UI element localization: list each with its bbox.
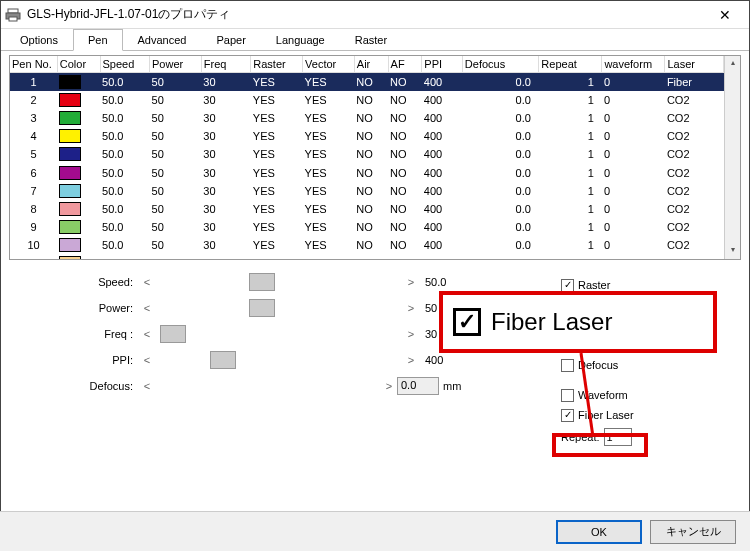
col-ppi[interactable]: PPI <box>422 56 463 73</box>
repeat-label: Repeat: <box>561 431 600 443</box>
col-air[interactable]: Air <box>354 56 388 73</box>
checkbox-label: Fiber Laser <box>578 409 634 421</box>
window-title: GLS-Hybrid-JFL-1.07-01のプロパティ <box>27 6 705 23</box>
scroll-down-arrow[interactable]: ▾ <box>725 243 740 259</box>
slider-thumb[interactable] <box>249 273 275 291</box>
color-swatch <box>59 202 81 216</box>
repeat-row: Repeat: <box>561 428 634 446</box>
pen-row[interactable]: 250.05030YESYESNONO4000.010CO2 <box>10 91 724 109</box>
checkbox-label: Waveform <box>578 389 628 401</box>
slider-dec[interactable]: < <box>139 302 155 314</box>
slider-speed: Speed:<>50.0 <box>69 272 469 292</box>
svg-rect-0 <box>8 9 18 13</box>
color-swatch <box>59 93 81 107</box>
color-swatch <box>59 166 81 180</box>
col-power[interactable]: Power <box>150 56 202 73</box>
printer-icon <box>5 7 21 23</box>
col-speed[interactable]: Speed <box>100 56 150 73</box>
slider-thumb[interactable] <box>249 299 275 317</box>
slider-track[interactable] <box>155 351 403 369</box>
pen-table-wrap: Pen No.ColorSpeedPowerFreqRasterVectorAi… <box>9 55 741 260</box>
checkbox-defocus[interactable]: Defocus <box>561 356 634 374</box>
cancel-button[interactable]: キャンセル <box>650 520 736 544</box>
titlebar: GLS-Hybrid-JFL-1.07-01のプロパティ ✕ <box>1 1 749 29</box>
slider-label: Freq : <box>69 328 139 340</box>
pen-row[interactable]: 1050.05030YESYESNONO4000.010CO2 <box>10 236 724 254</box>
svg-rect-2 <box>9 17 17 21</box>
slider-dec[interactable]: < <box>139 328 155 340</box>
col-repeat[interactable]: Repeat <box>539 56 602 73</box>
col-vector[interactable]: Vector <box>303 56 355 73</box>
col-raster[interactable]: Raster <box>251 56 303 73</box>
vertical-scrollbar[interactable]: ▴ ▾ <box>724 56 740 259</box>
col-waveform[interactable]: waveform <box>602 56 665 73</box>
color-swatch <box>59 147 81 161</box>
slider-inc[interactable]: > <box>381 380 397 392</box>
pen-row[interactable]: 350.05030YESYESNONO4000.010CO2 <box>10 109 724 127</box>
checkbox-fiber-laser[interactable]: Fiber Laser <box>561 406 634 424</box>
repeat-input[interactable] <box>604 428 632 446</box>
color-swatch <box>59 238 81 252</box>
slider-dec[interactable]: < <box>139 276 155 288</box>
pen-row[interactable]: 450.05030YESYESNONO4000.010CO2 <box>10 127 724 145</box>
checkbox-box[interactable] <box>561 409 574 422</box>
col-laser[interactable]: Laser <box>665 56 724 73</box>
tab-raster[interactable]: Raster <box>340 29 402 51</box>
slider-label: PPI: <box>69 354 139 366</box>
slider-inc[interactable]: > <box>403 354 419 366</box>
slider-defocus: Defocus:<>0.0mm <box>69 376 469 396</box>
slider-value-box[interactable]: 0.0 <box>397 377 439 395</box>
col-color[interactable]: Color <box>57 56 100 73</box>
callout-fiber-laser: Fiber Laser <box>439 291 717 353</box>
col-defocus[interactable]: Defocus <box>462 56 539 73</box>
slider-track[interactable] <box>155 325 403 343</box>
ok-button[interactable]: OK <box>556 520 642 544</box>
tab-pen[interactable]: Pen <box>73 29 123 51</box>
slider-freq: Freq :<>30 <box>69 324 469 344</box>
close-button[interactable]: ✕ <box>705 7 745 23</box>
properties-dialog: GLS-Hybrid-JFL-1.07-01のプロパティ ✕ OptionsPe… <box>0 0 750 551</box>
tab-paper[interactable]: Paper <box>201 29 260 51</box>
color-swatch <box>59 111 81 125</box>
checkbox-box[interactable] <box>561 359 574 372</box>
callout-label: Fiber Laser <box>491 308 612 336</box>
slider-thumb[interactable] <box>210 351 236 369</box>
slider-thumb[interactable] <box>160 325 186 343</box>
pen-row[interactable]: 750.05030YESYESNONO4000.010CO2 <box>10 182 724 200</box>
pen-row[interactable]: 950.05030YESYESNONO4000.010CO2 <box>10 218 724 236</box>
tab-strip: OptionsPenAdvancedPaperLanguageRaster <box>1 29 749 51</box>
tab-content-pen: Pen No.ColorSpeedPowerFreqRasterVectorAi… <box>1 51 749 550</box>
slider-dec[interactable]: < <box>139 354 155 366</box>
slider-power: Power:<>50 <box>69 298 469 318</box>
slider-inc[interactable]: > <box>403 328 419 340</box>
color-swatch <box>59 129 81 143</box>
slider-dec[interactable]: < <box>139 380 155 392</box>
slider-track[interactable] <box>155 299 403 317</box>
slider-track[interactable] <box>155 273 403 291</box>
checkbox-waveform[interactable]: Waveform <box>561 386 634 404</box>
pen-row[interactable]: 550.05030YESYESNONO4000.010CO2 <box>10 145 724 163</box>
slider-ppi: PPI:<>400 <box>69 350 469 370</box>
callout-checkbox-icon <box>453 308 481 336</box>
slider-inc[interactable]: > <box>403 302 419 314</box>
checkbox-box[interactable] <box>561 279 574 292</box>
checkbox-box[interactable] <box>561 389 574 402</box>
pen-row[interactable]: 150.05030YESYESNONO4000.010Fiber <box>10 73 724 92</box>
pen-row[interactable]: 1150.05030YESYESNONO4000.010CO2 <box>10 254 724 259</box>
tab-language[interactable]: Language <box>261 29 340 51</box>
col-af[interactable]: AF <box>388 56 422 73</box>
slider-label: Defocus: <box>69 380 139 392</box>
tab-advanced[interactable]: Advanced <box>123 29 202 51</box>
slider-track[interactable] <box>155 377 381 395</box>
col-pen-no-[interactable]: Pen No. <box>10 56 57 73</box>
checkbox-label: Defocus <box>578 359 618 371</box>
pen-row[interactable]: 850.05030YESYESNONO4000.010CO2 <box>10 200 724 218</box>
slider-panel: Speed:<>50.0Power:<>50Freq :<>30PPI:<>40… <box>69 272 469 396</box>
col-freq[interactable]: Freq <box>201 56 251 73</box>
tab-options[interactable]: Options <box>5 29 73 51</box>
scroll-up-arrow[interactable]: ▴ <box>725 56 740 72</box>
pen-row[interactable]: 650.05030YESYESNONO4000.010CO2 <box>10 163 724 181</box>
slider-inc[interactable]: > <box>403 276 419 288</box>
color-swatch <box>59 220 81 234</box>
color-swatch <box>59 184 81 198</box>
